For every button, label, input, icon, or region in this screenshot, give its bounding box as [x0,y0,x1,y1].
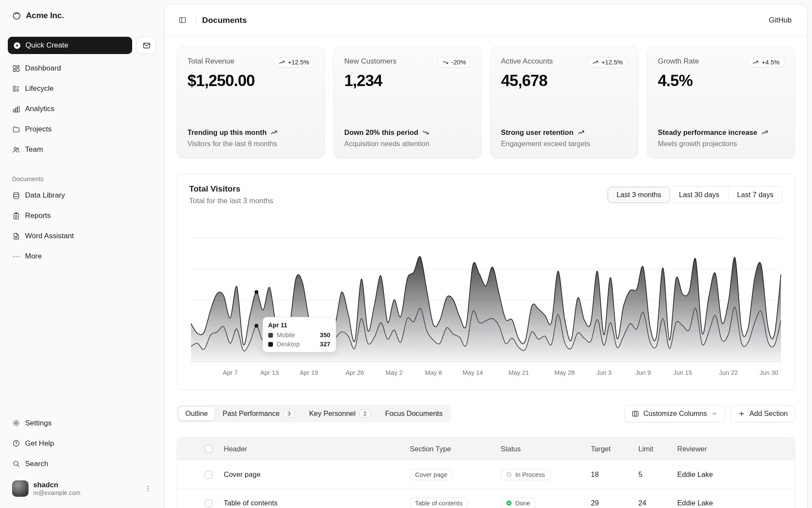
acme-logo-icon [12,11,21,20]
row-menu-button[interactable] [775,468,789,482]
panel-left-icon [178,16,187,24]
user-menu[interactable]: shadcn m@example.com [8,477,156,500]
loader-icon [506,471,512,478]
trend-up-icon [761,129,768,136]
status-badge: In Process [501,469,550,480]
add-section-button[interactable]: Add Section [730,405,795,422]
svg-text:Apr 13: Apr 13 [260,369,279,376]
svg-text:May 8: May 8 [425,369,442,376]
svg-text:May 2: May 2 [386,369,403,376]
dots-icon [12,252,20,261]
tab-outline[interactable]: Outline [178,406,215,421]
sidebar-item-word-assistant[interactable]: Word Assistant [8,227,156,245]
row-header-cell[interactable]: Cover page [220,470,406,479]
columns-icon [631,410,639,418]
svg-text:Jun 3: Jun 3 [596,369,612,376]
sidebar-item-projects[interactable]: Projects [8,121,156,138]
chart-subtitle: Total for the last 3 months [189,197,273,205]
stat-cards: Total Revenue +12.5% $1,250.00 Trending … [177,46,795,159]
target-cell[interactable]: 18 [587,470,635,479]
tab-key-personnel[interactable]: Key Personnel 2 [302,406,377,421]
brand[interactable]: Acme Inc. [8,6,156,25]
table-body: Cover page Cover page In Process 18 5 Ed… [177,460,795,508]
brand-name: Acme Inc. [26,11,64,20]
trend-down-icon [442,59,449,66]
svg-text:May 14: May 14 [463,369,483,376]
customize-columns-button[interactable]: Customize Columns [624,405,725,422]
stat-card-active-accounts: Active Accounts +12.5% 45,678 Strong use… [490,46,638,159]
main-panel: Documents GitHub Total Revenue +12.5% $1… [164,4,808,508]
stat-label: New Customers [344,57,396,66]
grip-vertical-icon [185,499,193,507]
quick-create-row: Quick Create [8,37,156,54]
stat-footer-title: Down 20% this period [344,128,471,137]
svg-text:Jun 22: Jun 22 [719,369,738,376]
row-header-cell[interactable]: Table of contents [220,499,406,507]
trend-down-icon [422,129,429,136]
sidebar-item-team[interactable]: Team [8,141,156,158]
sidebar-toggle-button[interactable] [175,13,190,28]
row-checkbox[interactable] [205,499,213,507]
limit-cell[interactable]: 24 [635,499,674,507]
sidebar-nav-footer: Settings Get Help Search [8,415,156,473]
view-tabs: Outline Past Performance 3 Key Personnel… [177,405,451,422]
sidebar-item-reports[interactable]: Reports [8,207,156,224]
section-type-badge: Cover page [410,469,453,480]
folder-icon [12,125,20,134]
trend-up-icon [279,59,285,66]
svg-text:Apr 26: Apr 26 [346,369,364,376]
sidebar: Acme Inc. Quick Create Dashboard Lifecyc… [0,0,164,508]
drag-handle[interactable] [182,468,196,482]
file-word-icon [12,232,20,240]
tab-count-badge: 2 [359,409,371,418]
sidebar-item-dashboard[interactable]: Dashboard [8,60,156,77]
search-icon [12,460,20,468]
ellipsis-vertical-icon [778,499,786,507]
svg-text:Jun 15: Jun 15 [673,369,692,376]
stat-footer-title: Steady performance increase [658,128,784,137]
reviewer-cell[interactable]: Eddie Lake [674,470,769,479]
row-menu-button[interactable] [775,496,789,508]
inbox-button[interactable] [136,37,156,54]
sidebar-item-data-library[interactable]: Data Library [8,187,156,204]
sidebar-item-analytics[interactable]: Analytics [8,100,156,118]
range-option-last-7-days[interactable]: Last 7 days [728,187,782,203]
sidebar-item-search[interactable]: Search [8,455,156,473]
check-circle-icon [506,500,512,506]
limit-cell[interactable]: 5 [635,470,674,479]
stat-footer-desc: Engagement exceed targets [501,140,628,148]
github-link[interactable]: GitHub [764,13,797,28]
sidebar-item-more[interactable]: More [8,248,156,265]
sidebar-item-lifecycle[interactable]: Lifecycle [8,80,156,97]
chart-title: Total Visitors [189,184,273,194]
stat-card-total-revenue: Total Revenue +12.5% $1,250.00 Trending … [177,46,325,159]
tab-past-performance[interactable]: Past Performance 3 [216,406,301,421]
stat-label: Growth Rate [658,57,699,66]
column-section-type: Section Type [406,445,497,453]
select-all-checkbox[interactable] [205,445,213,453]
stat-label: Total Revenue [187,57,235,66]
trend-up-icon [270,129,278,136]
user-email: m@example.com [33,489,140,497]
status-badge: Done [501,498,536,508]
trend-badge: +4.5% [748,57,784,67]
sidebar-nav-documents: Data Library Reports Word Assistant More [8,187,156,265]
range-option-last-3-months[interactable]: Last 3 months [608,187,670,203]
target-cell[interactable]: 29 [587,499,635,507]
documents-section-label: Documents [8,176,156,187]
sidebar-item-settings[interactable]: Settings [8,415,156,432]
trend-up-icon [752,59,759,66]
stat-value: 45,678 [501,72,628,90]
stat-footer-desc: Visitors for the last 6 months [187,140,314,148]
drag-handle[interactable] [182,496,196,508]
mail-icon [143,42,151,50]
row-checkbox[interactable] [205,471,213,479]
reviewer-cell[interactable]: Eddie Lake [674,499,769,507]
stat-footer-title: Strong user retention [501,128,628,137]
visitors-chart[interactable]: Apr 7Apr 13Apr 19Apr 26May 2May 8May 14M… [189,217,783,381]
sidebar-item-get-help[interactable]: Get Help [8,435,156,452]
range-option-last-30-days[interactable]: Last 30 days [670,187,728,203]
quick-create-button[interactable]: Quick Create [8,37,132,54]
stat-card-new-customers: New Customers -20% 1,234 Down 20% this p… [333,46,482,159]
tab-focus-documents[interactable]: Focus Documents [378,406,450,421]
